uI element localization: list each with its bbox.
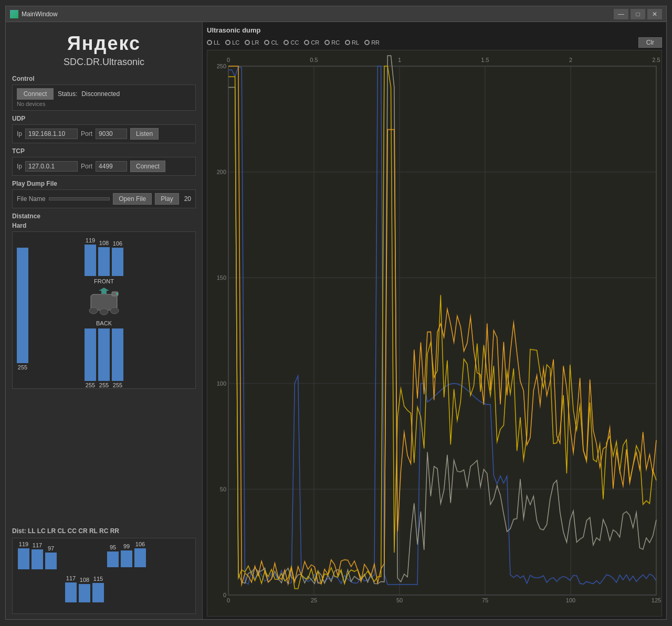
- file-name-label: File Name: [17, 195, 46, 203]
- front-label: FRONT: [94, 278, 114, 284]
- udp-label: UDP: [12, 115, 196, 122]
- chart-legend: LL LC LR CL CC: [207, 37, 662, 48]
- legend-rl: RL: [345, 39, 359, 46]
- tcp-port-input[interactable]: [96, 161, 127, 172]
- distance-label: Distatnce: [12, 213, 196, 220]
- tcp-section: TCP Ip Port Connect: [12, 147, 196, 176]
- brand-subtitle: SDC.DR.Ultrasonic: [12, 57, 196, 68]
- front-bars: 119 108 106: [85, 237, 123, 276]
- status-value: Disconnected: [81, 90, 120, 98]
- svg-marker-6: [99, 288, 109, 294]
- svg-point-5: [116, 293, 118, 295]
- back-bars: 255 255 255: [85, 328, 123, 388]
- udp-ip-input[interactable]: [25, 129, 78, 139]
- back-bar-1: 255: [98, 328, 110, 388]
- play-number: 20: [184, 195, 191, 203]
- back-bar-2: 255: [112, 328, 123, 388]
- title-bar: MainWindow — □ ✕: [6, 6, 666, 22]
- chart-title: Ultrasonic dump: [207, 26, 662, 34]
- play-dump-section: Play Dump File File Name Open File Play …: [12, 180, 196, 208]
- control-box: Connect Status: Disconnected No devices: [12, 84, 196, 111]
- play-dump-row: File Name Open File Play 20: [17, 193, 191, 205]
- udp-port-input[interactable]: [96, 129, 127, 139]
- dist-top-row: 119 117 97: [18, 541, 57, 569]
- window-controls: — □ ✕: [614, 9, 662, 19]
- legend-lr: LR: [245, 39, 259, 46]
- udp-row: Ip Port Listen: [17, 128, 191, 140]
- tcp-ip-input[interactable]: [25, 161, 78, 172]
- tcp-ip-label: Ip: [17, 163, 22, 170]
- app-icon: [10, 10, 18, 18]
- dist-ll-section: Dist: LL LC LR CL CC CR RL RC RR 119 117: [12, 527, 196, 614]
- front-bar-0: 119: [85, 237, 96, 276]
- legend-cc: CC: [284, 39, 299, 46]
- hard-label: Hard: [12, 222, 196, 229]
- side-left-bar: [17, 248, 28, 363]
- dist-ll-box: 119 117 97: [12, 538, 196, 614]
- tcp-row: Ip Port Connect: [17, 161, 191, 172]
- svg-point-3: [110, 307, 119, 314]
- legend-lc-dot: [225, 40, 230, 45]
- control-section: Control Connect Status: Disconnected No …: [12, 75, 196, 111]
- legend-rl-dot: [345, 40, 350, 45]
- svg-point-1: [89, 307, 98, 314]
- dist-bot-row: 117 108 115: [65, 575, 104, 602]
- brand-section: Яндекс SDC.DR.Ultrasonic: [12, 27, 196, 71]
- play-dump-box: File Name Open File Play 20: [12, 189, 196, 208]
- status-label: Status:: [58, 90, 77, 98]
- legend-cr: CR: [304, 39, 319, 46]
- control-label: Control: [12, 75, 196, 82]
- udp-section: UDP Ip Port Listen: [12, 115, 196, 143]
- main-content: Яндекс SDC.DR.Ultrasonic Control Connect…: [6, 22, 666, 619]
- ultrasonic-chart-canvas: [207, 50, 662, 616]
- tcp-box: Ip Port Connect: [12, 157, 196, 176]
- tcp-connect-button[interactable]: Connect: [130, 161, 165, 172]
- legend-lr-dot: [245, 40, 250, 45]
- front-bar-2: 106: [112, 240, 123, 276]
- dist-ll-label: Dist: LL LC LR CL CC CR RL RC RR: [12, 527, 196, 535]
- maximize-button[interactable]: □: [631, 9, 645, 19]
- brand-name: Яндекс: [12, 33, 196, 55]
- side-left-bar-wrap: 255: [17, 248, 28, 370]
- legend-ll: LL: [207, 39, 220, 46]
- back-label: BACK: [96, 320, 112, 326]
- legend-ll-dot: [207, 40, 212, 45]
- window-title: MainWindow: [22, 10, 614, 18]
- center-content: 119 108 106 FRONT: [83, 237, 125, 388]
- udp-box: Ip Port Listen: [12, 124, 196, 143]
- connect-button[interactable]: Connect: [17, 88, 54, 100]
- main-window: MainWindow — □ ✕ Яндекс SDC.DR.Ultrasoni…: [5, 6, 667, 620]
- right-panel: Ultrasonic dump LL LC LR CL: [203, 22, 666, 619]
- front-bar-1: 108: [98, 240, 110, 276]
- dist-mid-row: 95 99 106: [107, 541, 146, 567]
- minimize-button[interactable]: —: [614, 9, 628, 19]
- play-dump-label: Play Dump File: [12, 180, 196, 187]
- legend-rc-dot: [324, 40, 330, 45]
- udp-port-label: Port: [81, 130, 92, 137]
- legend-lc: LC: [225, 39, 239, 46]
- legend-cc-dot: [284, 40, 289, 45]
- file-name-display: [49, 197, 110, 200]
- close-button[interactable]: ✕: [647, 9, 662, 19]
- legend-cr-dot: [304, 40, 309, 45]
- hard-box: 255 119 108: [12, 231, 196, 389]
- clr-button[interactable]: Clr: [638, 37, 662, 48]
- robot-icon: [83, 287, 125, 318]
- left-panel: Яндекс SDC.DR.Ultrasonic Control Connect…: [6, 22, 203, 619]
- tcp-port-label: Port: [81, 163, 92, 170]
- listen-button[interactable]: Listen: [130, 128, 159, 140]
- play-button[interactable]: Play: [155, 193, 178, 205]
- tcp-label: TCP: [12, 147, 196, 155]
- back-bar-0: 255: [85, 328, 96, 388]
- control-row: Connect Status: Disconnected: [17, 88, 191, 100]
- chart-container: [207, 50, 662, 617]
- open-file-button[interactable]: Open File: [113, 193, 152, 205]
- svg-point-2: [100, 309, 108, 315]
- no-devices-text: No devices: [17, 101, 191, 107]
- legend-cl-dot: [264, 40, 269, 45]
- side-left-val: 255: [18, 364, 27, 370]
- distance-section: Distatnce Hard 255 119: [12, 213, 196, 521]
- legend-cl: CL: [264, 39, 278, 46]
- udp-ip-label: Ip: [17, 130, 22, 137]
- legend-rr-dot: [364, 40, 370, 45]
